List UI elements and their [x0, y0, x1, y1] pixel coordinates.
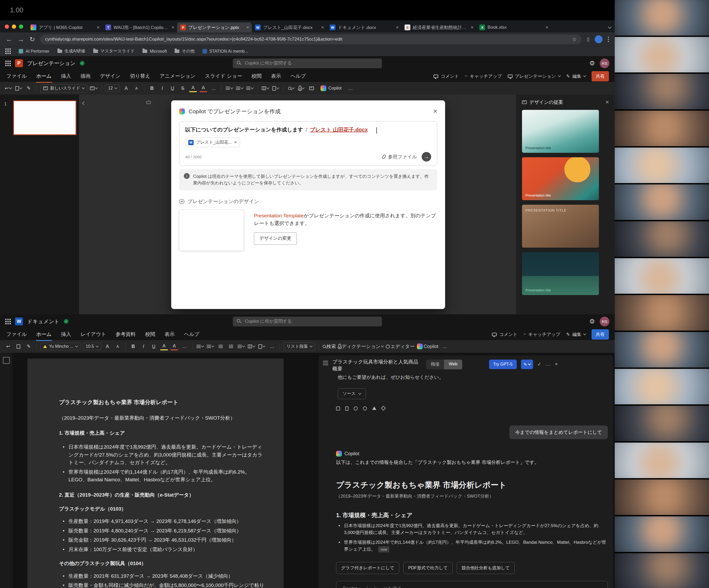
document-page[interactable]: プラスチック製おもちゃ業界 市場分析レポート （2019–2023年データ・最新…: [27, 359, 284, 588]
document-title[interactable]: ドキュメント: [27, 318, 59, 325]
bookmark-item[interactable]: AI Performer: [19, 49, 50, 54]
share-button[interactable]: 共有: [592, 71, 609, 81]
bullets-button[interactable]: [196, 342, 204, 350]
table-button[interactable]: [247, 342, 256, 350]
grow-font-button[interactable]: A: [104, 342, 111, 350]
close-icon[interactable]: ×: [172, 25, 174, 30]
bookmark-folder[interactable]: Microsoft: [142, 49, 167, 54]
editor-button[interactable]: エディター: [386, 342, 415, 350]
copilot-message-input[interactable]: [342, 586, 602, 588]
close-icon[interactable]: ×: [605, 99, 609, 106]
arrange-button[interactable]: [271, 84, 280, 92]
shrink-font-button[interactable]: A: [114, 342, 122, 350]
new-slide-button[interactable]: 新しいスライド: [40, 84, 87, 93]
close-icon[interactable]: ×: [433, 107, 437, 116]
design-suggestion[interactable]: Presentation title: [522, 252, 599, 295]
menu-file[interactable]: ファイル: [6, 71, 27, 81]
editing-mode-button[interactable]: ✎編集: [566, 331, 586, 337]
paste-button[interactable]: [15, 84, 22, 92]
sidebar-icon[interactable]: ▯: [587, 37, 589, 42]
strikethrough-button[interactable]: S: [179, 84, 187, 92]
menu-insert[interactable]: 挿入: [60, 71, 72, 81]
menu-transitions[interactable]: 切り替え: [129, 71, 151, 81]
bookmark-star-icon[interactable]: ☆: [572, 36, 577, 43]
more-font-options-icon[interactable]: …: [210, 84, 217, 92]
align-button[interactable]: [237, 342, 245, 350]
reference-files-button[interactable]: 参照ファイル: [383, 154, 417, 160]
maximize-window-button[interactable]: [19, 25, 23, 29]
menu-file[interactable]: ファイル: [6, 330, 27, 339]
style-box[interactable]: リスト段落: [284, 342, 315, 351]
bookmark-folder[interactable]: 生成AI研修: [57, 49, 85, 54]
attached-file-chip[interactable]: W プレスト_山田花... ×: [185, 137, 240, 147]
paste-button[interactable]: [15, 342, 22, 350]
design-suggestion[interactable]: PRESENTATION TITLE: [522, 205, 599, 248]
align-button[interactable]: [246, 84, 254, 92]
close-icon[interactable]: ×: [396, 25, 399, 30]
format-painter-button[interactable]: ✎: [25, 84, 33, 92]
word-logo[interactable]: W: [15, 317, 23, 325]
design-suggestion[interactable]: Presentation title: [522, 110, 599, 153]
font-size-box[interactable]: 12: [105, 84, 120, 92]
find-button[interactable]: [287, 84, 295, 92]
sources-button[interactable]: ソース: [338, 388, 366, 399]
copilot-search-input[interactable]: [233, 58, 382, 68]
designer-button[interactable]: [308, 84, 316, 92]
close-window-button[interactable]: [5, 25, 9, 29]
account-avatar[interactable]: RS: [600, 58, 609, 68]
font-size-box[interactable]: 10.5: [83, 343, 101, 350]
browser-tab-docx-1[interactable]: W プレスト_山田花子.docx ×: [252, 22, 326, 32]
menu-review[interactable]: 校閲: [145, 330, 156, 339]
address-bar[interactable]: cynthialycojp.sharepoint.com/sites/WAIJ-…: [40, 34, 581, 44]
copilot-button[interactable]: Copilot: [417, 342, 438, 350]
highlight-color-button[interactable]: A: [189, 84, 197, 92]
menu-home[interactable]: ホーム: [36, 71, 52, 81]
collapse-panel-icon[interactable]: [82, 101, 86, 105]
close-icon[interactable]: ×: [97, 25, 100, 30]
tab-list-chevron-icon[interactable]: [608, 25, 611, 29]
font-name-box[interactable]: Yu Mincho ...: [40, 343, 81, 350]
more-font-options-icon[interactable]: …: [181, 342, 189, 350]
highlight-color-button[interactable]: A: [160, 342, 168, 350]
ribbon-overflow-icon[interactable]: …: [441, 342, 448, 350]
format-painter-button[interactable]: ✎: [25, 342, 33, 350]
template-preview[interactable]: [179, 210, 244, 251]
catchup-button[interactable]: ~キャッチアップ: [465, 73, 502, 79]
copilot-button[interactable]: Copilot: [318, 84, 344, 92]
ribbon-overflow-icon[interactable]: …: [268, 342, 276, 350]
thumbs-down-icon[interactable]: [363, 407, 367, 410]
close-icon[interactable]: ×: [246, 25, 249, 30]
comments-button[interactable]: コメント: [434, 73, 459, 79]
address-url[interactable]: cynthialycojp.sharepoint.com/sites/WAIJ-…: [45, 36, 569, 42]
menu-slideshow[interactable]: スライド ショー: [204, 71, 242, 81]
pages-icon[interactable]: [345, 407, 348, 411]
new-chat-button[interactable]: ✎: [521, 360, 533, 369]
undo-button[interactable]: ↩: [4, 342, 12, 350]
dictate-button[interactable]: ディクテーション: [338, 342, 384, 350]
canvas-tool-icon[interactable]: [147, 101, 151, 104]
close-icon[interactable]: ×: [546, 25, 548, 30]
shrink-font-button[interactable]: A: [132, 84, 140, 92]
italic-button[interactable]: I: [139, 342, 148, 350]
document-title[interactable]: プレゼンテーション: [27, 60, 76, 67]
numbering-button[interactable]: [235, 84, 243, 92]
slide-layout-button[interactable]: [89, 84, 98, 92]
account-avatar[interactable]: RS: [600, 317, 609, 326]
menu-references[interactable]: 参考資料: [115, 330, 136, 339]
menu-help[interactable]: ヘルプ: [290, 71, 306, 81]
font-color-button[interactable]: A: [170, 342, 178, 350]
bookmark-folder[interactable]: マスタースライド: [93, 49, 135, 54]
menu-help[interactable]: ヘルプ: [184, 330, 200, 339]
outdent-button[interactable]: [217, 342, 225, 350]
menu-animations[interactable]: アニメーション: [159, 71, 196, 81]
referenced-file-link[interactable]: プレスト 山田花子.docx: [310, 126, 368, 133]
read-aloud-icon[interactable]: [372, 407, 376, 410]
browser-menu-icon[interactable]: [608, 39, 609, 40]
menu-view[interactable]: 表示: [270, 71, 282, 81]
bold-button[interactable]: B: [148, 84, 156, 92]
copilot-search-input[interactable]: [233, 317, 382, 326]
bold-button[interactable]: B: [129, 342, 137, 350]
shading-button[interactable]: [258, 342, 266, 350]
browser-tab-presentation[interactable]: P プレゼンテーション.pptx ×: [177, 22, 252, 32]
close-icon[interactable]: ×: [471, 25, 474, 30]
